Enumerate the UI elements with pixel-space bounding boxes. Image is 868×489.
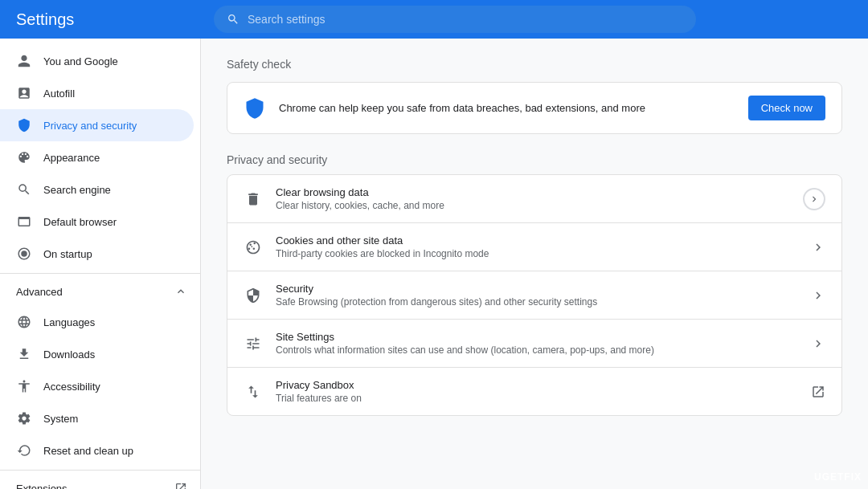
sidebar-item-languages[interactable]: Languages xyxy=(0,306,194,338)
clear-browsing-data-row[interactable]: Clear browsing data Clear history, cooki… xyxy=(227,175,841,223)
privacy-section-title: Privacy and security xyxy=(227,153,842,166)
search-icon xyxy=(227,13,240,26)
sidebar-item-label: Autofill xyxy=(43,88,75,100)
row-subtitle: Third-party cookies are blocked in Incog… xyxy=(276,248,798,259)
sidebar-item-downloads[interactable]: Downloads xyxy=(0,338,194,370)
app-title: Settings xyxy=(16,10,201,29)
site-settings-text: Site Settings Controls what information … xyxy=(276,331,798,356)
row-title: Cookies and other site data xyxy=(276,234,798,247)
sidebar-item-label: On startup xyxy=(43,248,92,260)
sidebar-item-appearance[interactable]: Appearance xyxy=(0,141,194,173)
advanced-label: Advanced xyxy=(16,286,63,298)
main-layout: You and Google Autofill Privacy and secu… xyxy=(0,39,868,489)
security-icon xyxy=(244,286,263,305)
row-subtitle: Trial features are on xyxy=(276,393,798,404)
sidebar-item-search-engine[interactable]: Search engine xyxy=(0,173,194,206)
system-icon xyxy=(16,410,32,426)
row-arrow xyxy=(811,336,825,351)
sidebar-item-label: Languages xyxy=(43,316,95,328)
sidebar-item-accessibility[interactable]: Accessibility xyxy=(0,370,194,402)
sidebar: You and Google Autofill Privacy and secu… xyxy=(0,39,201,489)
row-subtitle: Controls what information sites can use … xyxy=(276,344,798,356)
row-title: Site Settings xyxy=(276,331,798,343)
search-bar[interactable] xyxy=(214,6,696,33)
svg-point-4 xyxy=(253,247,256,250)
extensions-label: Extensions xyxy=(16,483,68,490)
sidebar-item-label: Privacy and security xyxy=(43,120,137,132)
safety-shield-icon xyxy=(244,97,266,120)
sidebar-item-reset[interactable]: Reset and clean up xyxy=(0,434,194,467)
browser-icon xyxy=(16,214,32,230)
site-settings-row[interactable]: Site Settings Controls what information … xyxy=(227,320,841,368)
row-title: Clear browsing data xyxy=(276,186,790,198)
trash-icon xyxy=(244,189,263,209)
security-text: Security Safe Browsing (protection from … xyxy=(276,283,798,308)
privacy-sandbox-icon xyxy=(244,382,263,401)
sidebar-item-default-browser[interactable]: Default browser xyxy=(0,206,194,238)
external-icon xyxy=(811,385,825,399)
site-settings-icon xyxy=(244,334,263,353)
sidebar-item-label: System xyxy=(43,413,78,425)
row-title: Privacy Sandbox xyxy=(276,379,798,391)
content-area: Safety check Chrome can help keep you sa… xyxy=(201,39,868,489)
svg-point-1 xyxy=(249,243,252,246)
external-link-icon xyxy=(174,482,187,489)
sidebar-item-label: Appearance xyxy=(43,152,100,164)
sidebar-item-on-startup[interactable]: On startup xyxy=(0,238,194,270)
safety-description: Chrome can help keep you safe from data … xyxy=(279,102,735,114)
reset-icon xyxy=(16,442,32,458)
row-arrow xyxy=(803,188,825,210)
sidebar-item-label: Accessibility xyxy=(43,381,100,393)
row-arrow xyxy=(811,240,825,255)
search-input[interactable] xyxy=(248,13,683,26)
sidebar-item-autofill[interactable]: Autofill xyxy=(0,77,194,109)
search-engine-icon xyxy=(16,181,32,198)
svg-point-5 xyxy=(252,246,253,247)
sidebar-item-extensions[interactable]: Extensions xyxy=(0,474,200,489)
startup-icon xyxy=(16,246,32,262)
row-title: Security xyxy=(276,283,798,295)
autofill-icon xyxy=(16,85,32,101)
sidebar-divider xyxy=(0,273,200,274)
sidebar-item-privacy-and-security[interactable]: Privacy and security xyxy=(0,109,194,141)
svg-point-3 xyxy=(248,247,251,250)
sidebar-item-label: Search engine xyxy=(43,184,111,196)
arrow-circle xyxy=(803,188,825,210)
accessibility-icon xyxy=(16,378,32,394)
shield-icon xyxy=(16,117,32,133)
download-icon xyxy=(16,346,32,362)
svg-point-2 xyxy=(253,242,256,244)
cookies-text: Cookies and other site data Third-party … xyxy=(276,234,798,259)
sidebar-item-label: Default browser xyxy=(43,216,117,228)
sidebar-item-you-and-google[interactable]: You and Google xyxy=(0,45,194,77)
language-icon xyxy=(16,314,32,330)
privacy-settings-list: Clear browsing data Clear history, cooki… xyxy=(227,174,842,416)
clear-browsing-data-text: Clear browsing data Clear history, cooki… xyxy=(276,186,790,211)
watermark: UGETFIX xyxy=(814,471,862,483)
row-arrow xyxy=(811,288,825,303)
privacy-sandbox-text: Privacy Sandbox Trial features are on xyxy=(276,379,798,404)
security-row[interactable]: Security Safe Browsing (protection from … xyxy=(227,271,841,320)
palette-icon xyxy=(16,149,32,165)
check-now-button[interactable]: Check now xyxy=(748,96,825,120)
svg-point-0 xyxy=(21,251,27,257)
safety-check-title: Safety check xyxy=(227,58,842,71)
sidebar-item-label: You and Google xyxy=(43,55,118,67)
advanced-header[interactable]: Advanced xyxy=(0,277,200,306)
cookies-row[interactable]: Cookies and other site data Third-party … xyxy=(227,223,841,271)
sidebar-item-system[interactable]: System xyxy=(0,402,194,434)
sidebar-divider-2 xyxy=(0,470,200,471)
sidebar-item-label: Downloads xyxy=(43,348,95,361)
chevron-up-icon xyxy=(174,285,187,298)
safety-check-card: Chrome can help keep you safe from data … xyxy=(227,82,842,134)
privacy-sandbox-row[interactable]: Privacy Sandbox Trial features are on xyxy=(227,368,841,415)
row-subtitle: Safe Browsing (protection from dangerous… xyxy=(276,296,798,308)
cookies-icon xyxy=(244,238,263,257)
row-subtitle: Clear history, cookies, cache, and more xyxy=(276,200,790,211)
person-icon xyxy=(16,53,32,69)
app-header: Settings xyxy=(0,0,868,39)
sidebar-item-label: Reset and clean up xyxy=(43,445,133,457)
